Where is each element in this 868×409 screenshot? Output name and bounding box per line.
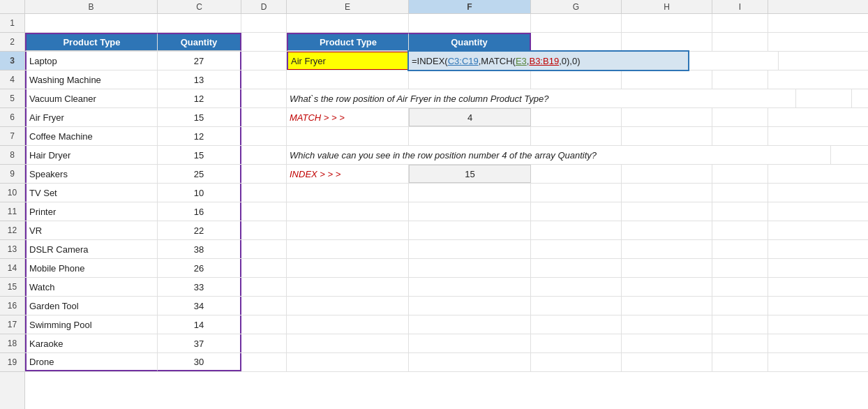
cell-b4[interactable]: Washing Machine	[25, 70, 158, 89]
cell-i19[interactable]	[712, 353, 768, 371]
cell-h19[interactable]	[622, 353, 712, 371]
cell-h10[interactable]	[622, 184, 712, 202]
cell-d3[interactable]	[241, 52, 287, 70]
cell-h13[interactable]	[622, 240, 712, 258]
cell-h12[interactable]	[622, 221, 712, 239]
cell-g6[interactable]	[531, 108, 622, 126]
cell-e14[interactable]	[287, 259, 409, 277]
cell-i10[interactable]	[712, 184, 768, 202]
cell-f15[interactable]	[409, 278, 531, 296]
cell-h16[interactable]	[622, 297, 712, 315]
cell-e4[interactable]	[287, 70, 409, 89]
cell-i16[interactable]	[712, 297, 768, 315]
cell-i1[interactable]	[712, 14, 768, 32]
cell-f13[interactable]	[409, 240, 531, 258]
cell-g7[interactable]	[531, 127, 622, 145]
cell-g15[interactable]	[531, 278, 622, 296]
cell-h15[interactable]	[622, 278, 712, 296]
cell-h9[interactable]	[622, 165, 712, 183]
cell-e18[interactable]	[287, 334, 409, 352]
cell-b13[interactable]: DSLR Camera	[25, 240, 158, 258]
cell-d7[interactable]	[241, 127, 287, 145]
col-header-c[interactable]: C	[158, 0, 241, 13]
cell-b19[interactable]: Drone	[25, 353, 158, 371]
cell-f7[interactable]	[409, 127, 531, 145]
cell-i4[interactable]	[712, 70, 768, 89]
cell-i15[interactable]	[712, 278, 768, 296]
cell-c14[interactable]: 26	[158, 259, 241, 277]
cell-e13[interactable]	[287, 240, 409, 258]
cell-b8[interactable]: Hair Dryer	[25, 146, 158, 164]
cell-g13[interactable]	[531, 240, 622, 258]
cell-b5[interactable]: Vacuum Cleaner	[25, 89, 158, 107]
cell-h14[interactable]	[622, 259, 712, 277]
cell-e2-header[interactable]: Product Type	[287, 33, 409, 51]
cell-h3[interactable]	[779, 52, 868, 70]
cell-h11[interactable]	[622, 202, 712, 221]
cell-c19[interactable]: 30	[158, 353, 241, 371]
cell-h1[interactable]	[622, 14, 712, 32]
cell-f12[interactable]	[409, 221, 531, 239]
cell-c6[interactable]: 15	[158, 108, 241, 126]
cell-b17[interactable]: Swimming Pool	[25, 315, 158, 334]
cell-e16[interactable]	[287, 297, 409, 315]
cell-e19[interactable]	[287, 353, 409, 371]
cell-f18[interactable]	[409, 334, 531, 352]
cell-h18[interactable]	[622, 334, 712, 352]
col-header-g[interactable]: G	[531, 0, 622, 13]
cell-f19[interactable]	[409, 353, 531, 371]
cell-e12[interactable]	[287, 221, 409, 239]
cell-h5[interactable]	[705, 89, 796, 107]
cell-d11[interactable]	[241, 202, 287, 221]
cell-d14[interactable]	[241, 259, 287, 277]
cell-h6[interactable]	[622, 108, 712, 126]
col-header-h[interactable]: H	[622, 0, 712, 13]
cell-i11[interactable]	[712, 202, 768, 221]
cell-d1[interactable]	[241, 14, 287, 32]
cell-c11[interactable]: 16	[158, 202, 241, 221]
cell-g11[interactable]	[531, 202, 622, 221]
cell-g16[interactable]	[531, 297, 622, 315]
cell-b2-header[interactable]: Product Type	[25, 33, 158, 51]
cell-d13[interactable]	[241, 240, 287, 258]
col-header-f[interactable]: F	[409, 0, 531, 13]
cell-i14[interactable]	[712, 259, 768, 277]
cell-e11[interactable]	[287, 202, 409, 221]
cell-i13[interactable]	[712, 240, 768, 258]
cell-b18[interactable]: Karaoke	[25, 334, 158, 352]
cell-d4[interactable]	[241, 70, 287, 89]
cell-c10[interactable]: 10	[158, 184, 241, 202]
cell-g17[interactable]	[531, 315, 622, 334]
cell-b14[interactable]: Mobile Phone	[25, 259, 158, 277]
cell-i2[interactable]	[712, 33, 768, 51]
cell-d19[interactable]	[241, 353, 287, 371]
cell-f11[interactable]	[409, 202, 531, 221]
cell-i6[interactable]	[712, 108, 768, 126]
cell-e10[interactable]	[287, 184, 409, 202]
cell-g10[interactable]	[531, 184, 622, 202]
cell-e17[interactable]	[287, 315, 409, 334]
cell-g2[interactable]	[531, 33, 622, 51]
cell-c15[interactable]: 33	[158, 278, 241, 296]
cell-c16[interactable]: 34	[158, 297, 241, 315]
cell-f1[interactable]	[409, 14, 531, 32]
cell-i8[interactable]	[775, 146, 831, 164]
cell-g9[interactable]	[531, 165, 622, 183]
cell-c12[interactable]: 22	[158, 221, 241, 239]
cell-i7[interactable]	[712, 127, 768, 145]
cell-i9[interactable]	[712, 165, 768, 183]
cell-b9[interactable]: Speakers	[25, 165, 158, 183]
cell-c13[interactable]: 38	[158, 240, 241, 258]
cell-g1[interactable]	[531, 14, 622, 32]
cell-g12[interactable]	[531, 221, 622, 239]
cell-b7[interactable]: Coffee Machine	[25, 127, 158, 145]
cell-e7[interactable]	[287, 127, 409, 145]
cell-h7[interactable]	[622, 127, 712, 145]
cell-i18[interactable]	[712, 334, 768, 352]
cell-h2[interactable]	[622, 33, 712, 51]
cell-d18[interactable]	[241, 334, 287, 352]
cell-b3[interactable]: Laptop	[25, 52, 158, 70]
cell-g19[interactable]	[531, 353, 622, 371]
cell-b15[interactable]: Watch	[25, 278, 158, 296]
cell-d9[interactable]	[241, 165, 287, 183]
